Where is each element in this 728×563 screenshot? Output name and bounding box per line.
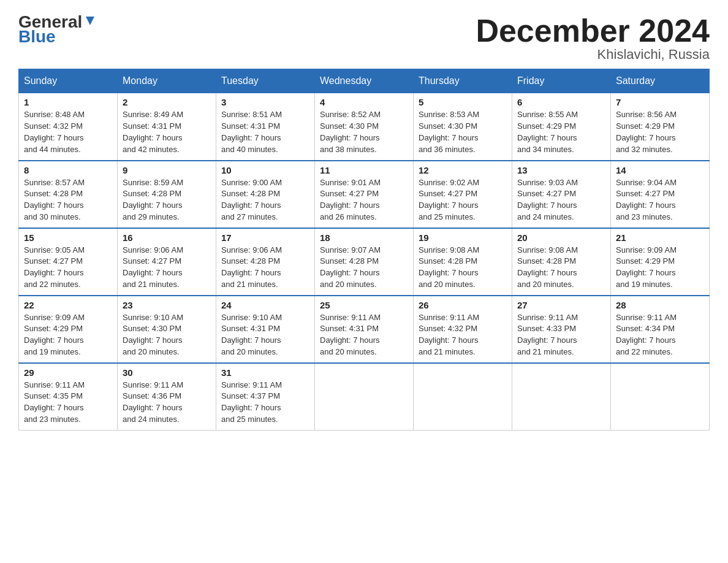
day-info: Sunrise: 8:57 AMSunset: 4:28 PMDaylight:… [24,177,112,223]
calendar-cell: 6Sunrise: 8:55 AMSunset: 4:29 PMDaylight… [512,93,611,161]
day-of-week-header: Wednesday [315,69,414,93]
day-number: 21 [616,232,704,243]
calendar-cell: 17Sunrise: 9:06 AMSunset: 4:28 PMDayligh… [216,228,315,296]
day-info: Sunrise: 9:07 AMSunset: 4:28 PMDaylight:… [320,245,408,291]
calendar-cell: 2Sunrise: 8:49 AMSunset: 4:31 PMDaylight… [118,93,216,161]
calendar-cell [512,363,611,431]
logo-blue-text: Blue [18,27,56,46]
calendar-table: SundayMondayTuesdayWednesdayThursdayFrid… [18,69,710,431]
day-info: Sunrise: 9:11 AMSunset: 4:36 PMDaylight:… [123,380,211,426]
month-title: December 2024 [476,12,710,49]
day-number: 7 [616,97,704,107]
day-info: Sunrise: 8:59 AMSunset: 4:28 PMDaylight:… [123,177,211,223]
calendar-cell: 1Sunrise: 8:48 AMSunset: 4:32 PMDaylight… [19,93,118,161]
day-of-week-header: Saturday [611,69,710,93]
day-number: 17 [221,232,309,243]
calendar-cell: 16Sunrise: 9:06 AMSunset: 4:27 PMDayligh… [118,228,216,296]
day-number: 27 [517,300,605,310]
logo-arrow-icon [83,14,97,30]
day-info: Sunrise: 9:11 AMSunset: 4:31 PMDaylight:… [320,312,408,358]
day-number: 26 [419,300,507,310]
day-info: Sunrise: 9:09 AMSunset: 4:29 PMDaylight:… [24,312,112,358]
calendar-cell: 12Sunrise: 9:02 AMSunset: 4:27 PMDayligh… [414,161,512,228]
day-info: Sunrise: 9:08 AMSunset: 4:28 PMDaylight:… [517,245,605,291]
day-info: Sunrise: 9:09 AMSunset: 4:29 PMDaylight:… [616,245,704,291]
day-of-week-header: Friday [512,69,611,93]
day-info: Sunrise: 9:10 AMSunset: 4:31 PMDaylight:… [221,312,309,358]
day-info: Sunrise: 8:51 AMSunset: 4:31 PMDaylight:… [221,109,309,155]
day-info: Sunrise: 9:03 AMSunset: 4:27 PMDaylight:… [517,177,605,223]
calendar-cell: 24Sunrise: 9:10 AMSunset: 4:31 PMDayligh… [216,296,315,363]
calendar-cell: 21Sunrise: 9:09 AMSunset: 4:29 PMDayligh… [611,228,710,296]
calendar-cell: 14Sunrise: 9:04 AMSunset: 4:27 PMDayligh… [611,161,710,228]
day-of-week-header: Sunday [19,69,118,93]
day-number: 15 [24,232,112,243]
calendar-cell: 10Sunrise: 9:00 AMSunset: 4:28 PMDayligh… [216,161,315,228]
day-number: 11 [320,165,408,175]
day-info: Sunrise: 9:11 AMSunset: 4:35 PMDaylight:… [24,380,112,426]
day-info: Sunrise: 9:00 AMSunset: 4:28 PMDaylight:… [221,177,309,223]
day-number: 4 [320,97,408,107]
day-info: Sunrise: 8:48 AMSunset: 4:32 PMDaylight:… [24,109,112,155]
day-info: Sunrise: 9:08 AMSunset: 4:28 PMDaylight:… [419,245,507,291]
day-info: Sunrise: 8:49 AMSunset: 4:31 PMDaylight:… [123,109,211,155]
calendar-week-row: 8Sunrise: 8:57 AMSunset: 4:28 PMDaylight… [19,161,710,228]
calendar-cell: 20Sunrise: 9:08 AMSunset: 4:28 PMDayligh… [512,228,611,296]
calendar-cell [414,363,512,431]
day-info: Sunrise: 9:06 AMSunset: 4:27 PMDaylight:… [123,245,211,291]
day-number: 10 [221,165,309,175]
calendar-cell: 3Sunrise: 8:51 AMSunset: 4:31 PMDaylight… [216,93,315,161]
calendar-cell: 25Sunrise: 9:11 AMSunset: 4:31 PMDayligh… [315,296,414,363]
day-number: 28 [616,300,704,310]
day-info: Sunrise: 9:11 AMSunset: 4:32 PMDaylight:… [419,312,507,358]
calendar-cell: 30Sunrise: 9:11 AMSunset: 4:36 PMDayligh… [118,363,216,431]
svg-marker-0 [86,17,94,25]
day-number: 20 [517,232,605,243]
day-info: Sunrise: 9:11 AMSunset: 4:34 PMDaylight:… [616,312,704,358]
day-info: Sunrise: 9:11 AMSunset: 4:33 PMDaylight:… [517,312,605,358]
day-info: Sunrise: 9:01 AMSunset: 4:27 PMDaylight:… [320,177,408,223]
day-info: Sunrise: 9:11 AMSunset: 4:37 PMDaylight:… [221,380,309,426]
calendar-cell [315,363,414,431]
calendar-cell: 8Sunrise: 8:57 AMSunset: 4:28 PMDaylight… [19,161,118,228]
day-info: Sunrise: 8:56 AMSunset: 4:29 PMDaylight:… [616,109,704,155]
day-number: 24 [221,300,309,310]
day-info: Sunrise: 8:55 AMSunset: 4:29 PMDaylight:… [517,109,605,155]
day-number: 29 [24,367,112,378]
day-of-week-header: Monday [118,69,216,93]
calendar-cell: 28Sunrise: 9:11 AMSunset: 4:34 PMDayligh… [611,296,710,363]
day-number: 5 [419,97,507,107]
calendar-cell [611,363,710,431]
calendar-week-row: 22Sunrise: 9:09 AMSunset: 4:29 PMDayligh… [19,296,710,363]
day-number: 9 [123,165,211,175]
day-of-week-header: Thursday [414,69,512,93]
day-info: Sunrise: 9:04 AMSunset: 4:27 PMDaylight:… [616,177,704,223]
day-number: 8 [24,165,112,175]
calendar-cell: 4Sunrise: 8:52 AMSunset: 4:30 PMDaylight… [315,93,414,161]
calendar-cell: 9Sunrise: 8:59 AMSunset: 4:28 PMDaylight… [118,161,216,228]
calendar-cell: 15Sunrise: 9:05 AMSunset: 4:27 PMDayligh… [19,228,118,296]
calendar-cell: 29Sunrise: 9:11 AMSunset: 4:35 PMDayligh… [19,363,118,431]
calendar-cell: 18Sunrise: 9:07 AMSunset: 4:28 PMDayligh… [315,228,414,296]
day-number: 31 [221,367,309,378]
page-header: General Blue December 2024 Khislavichi, … [18,12,710,63]
calendar-cell: 23Sunrise: 9:10 AMSunset: 4:30 PMDayligh… [118,296,216,363]
day-number: 23 [123,300,211,310]
day-info: Sunrise: 8:53 AMSunset: 4:30 PMDaylight:… [419,109,507,155]
day-info: Sunrise: 9:05 AMSunset: 4:27 PMDaylight:… [24,245,112,291]
day-number: 25 [320,300,408,310]
day-number: 22 [24,300,112,310]
day-number: 12 [419,165,507,175]
calendar-cell: 11Sunrise: 9:01 AMSunset: 4:27 PMDayligh… [315,161,414,228]
calendar-week-row: 29Sunrise: 9:11 AMSunset: 4:35 PMDayligh… [19,363,710,431]
title-area: December 2024 Khislavichi, Russia [476,12,710,63]
day-info: Sunrise: 9:02 AMSunset: 4:27 PMDaylight:… [419,177,507,223]
day-info: Sunrise: 8:52 AMSunset: 4:30 PMDaylight:… [320,109,408,155]
calendar-week-row: 15Sunrise: 9:05 AMSunset: 4:27 PMDayligh… [19,228,710,296]
calendar-cell: 31Sunrise: 9:11 AMSunset: 4:37 PMDayligh… [216,363,315,431]
logo: General Blue [18,12,97,47]
calendar-cell: 7Sunrise: 8:56 AMSunset: 4:29 PMDaylight… [611,93,710,161]
day-number: 18 [320,232,408,243]
day-number: 1 [24,97,112,107]
day-number: 13 [517,165,605,175]
